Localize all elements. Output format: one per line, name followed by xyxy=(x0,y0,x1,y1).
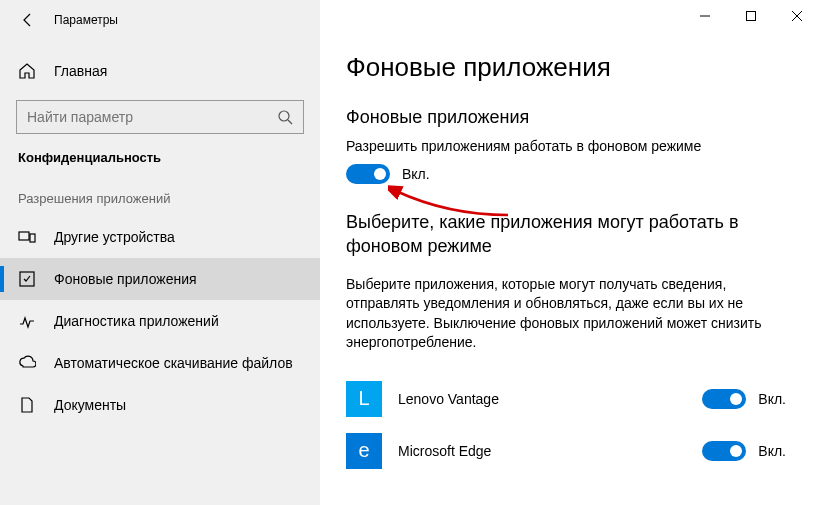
app-toggle-label: Вкл. xyxy=(758,443,786,459)
home-icon xyxy=(18,62,38,80)
back-button[interactable] xyxy=(18,10,38,30)
app-toggle-label: Вкл. xyxy=(758,391,786,407)
search-input[interactable] xyxy=(16,100,304,134)
search-field[interactable] xyxy=(27,109,277,125)
window-title: Параметры xyxy=(54,13,118,27)
app-row: e Microsoft Edge Вкл. xyxy=(346,425,794,477)
sidebar-home-label: Главная xyxy=(54,63,107,79)
titlebar: Параметры xyxy=(0,0,320,40)
close-button[interactable] xyxy=(774,0,820,32)
section-background-apps-desc: Разрешить приложениям работать в фоновом… xyxy=(346,138,794,154)
section-background-apps-heading: Фоновые приложения xyxy=(346,107,794,128)
app-icon-lenovo: L xyxy=(346,381,382,417)
master-toggle-row: Вкл. xyxy=(346,164,794,184)
section-choose-apps-desc: Выберите приложения, которые могут получ… xyxy=(346,275,766,353)
sidebar-item-background-apps[interactable]: Фоновые приложения xyxy=(0,258,320,300)
sidebar-group-label: Разрешения приложений xyxy=(0,191,320,206)
sidebar: Параметры Главная Конфиденциальность Раз… xyxy=(0,0,320,505)
app-icon-edge: e xyxy=(346,433,382,469)
cloud-download-icon xyxy=(18,354,38,372)
svg-rect-3 xyxy=(30,234,35,242)
minimize-button[interactable] xyxy=(682,0,728,32)
app-row: L Lenovo Vantage Вкл. xyxy=(346,373,794,425)
main-content: Фоновые приложения Фоновые приложения Ра… xyxy=(320,0,820,505)
sidebar-home[interactable]: Главная xyxy=(0,52,320,90)
diagnostics-icon xyxy=(18,312,38,330)
documents-icon xyxy=(18,396,38,414)
svg-line-1 xyxy=(288,120,292,124)
sidebar-category: Конфиденциальность xyxy=(0,150,320,165)
sidebar-item-label: Автоматическое скачивание файлов xyxy=(54,355,293,371)
devices-icon xyxy=(18,228,38,246)
app-toggle[interactable] xyxy=(702,441,746,461)
sidebar-item-other-devices[interactable]: Другие устройства xyxy=(0,216,320,258)
sidebar-item-label: Документы xyxy=(54,397,126,413)
page-title: Фоновые приложения xyxy=(346,52,794,83)
window-controls xyxy=(682,0,820,32)
sidebar-item-label: Диагностика приложений xyxy=(54,313,219,329)
app-name: Microsoft Edge xyxy=(398,443,702,459)
master-toggle-label: Вкл. xyxy=(402,166,430,182)
sidebar-item-label: Фоновые приложения xyxy=(54,271,197,287)
search-icon xyxy=(277,109,293,125)
section-choose-apps-heading: Выберите, какие приложения могут работат… xyxy=(346,210,794,259)
sidebar-item-documents[interactable]: Документы xyxy=(0,384,320,426)
app-name: Lenovo Vantage xyxy=(398,391,702,407)
app-toggle[interactable] xyxy=(702,389,746,409)
master-toggle[interactable] xyxy=(346,164,390,184)
sidebar-item-app-diagnostics[interactable]: Диагностика приложений xyxy=(0,300,320,342)
svg-rect-2 xyxy=(19,232,29,240)
svg-point-0 xyxy=(279,111,289,121)
background-apps-icon xyxy=(18,270,38,288)
svg-rect-6 xyxy=(747,12,756,21)
sidebar-item-auto-downloads[interactable]: Автоматическое скачивание файлов xyxy=(0,342,320,384)
sidebar-item-label: Другие устройства xyxy=(54,229,175,245)
maximize-button[interactable] xyxy=(728,0,774,32)
